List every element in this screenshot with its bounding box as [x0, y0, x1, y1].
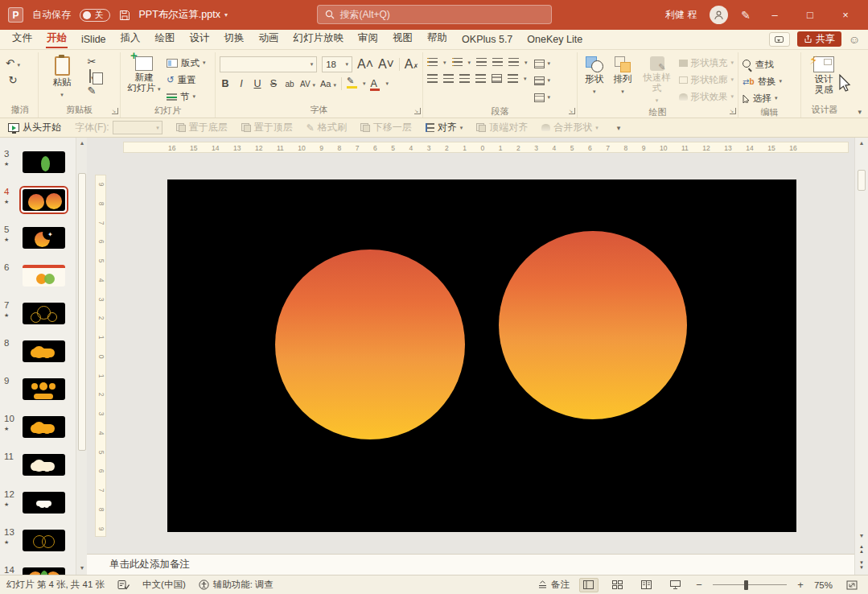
start-from-beginning-button[interactable]: 从头开始 — [8, 121, 61, 134]
format-painter-quick-button[interactable]: ✎格式刷 — [306, 121, 347, 134]
align-button[interactable]: 对齐 ▾ — [426, 121, 463, 134]
tab-动画[interactable]: 动画 — [252, 28, 286, 49]
slide-thumbnail-5[interactable]: 5★ — [0, 224, 76, 258]
copy-button[interactable]: ▾ — [84, 70, 99, 82]
tab-开始[interactable]: 开始 — [39, 28, 74, 49]
tab-切换[interactable]: 切换 — [217, 28, 252, 49]
thumbnail-panel-scrollbar[interactable]: ▴ ▾ — [76, 138, 87, 575]
thumbnail-frame[interactable] — [19, 451, 68, 479]
close-button[interactable]: × — [834, 9, 857, 21]
send-to-back-button[interactable]: 置于底层 — [176, 121, 228, 134]
avatar[interactable] — [710, 6, 728, 24]
next-slide-button[interactable]: ▼▼ — [855, 560, 868, 570]
justify-button[interactable] — [475, 74, 486, 83]
redo-button[interactable]: ↻ — [6, 74, 20, 86]
decrease-font-size-button[interactable]: A˅ — [378, 57, 394, 72]
thumbnail-frame[interactable] — [19, 375, 68, 403]
scroll-down-icon[interactable]: ▾ — [76, 564, 88, 571]
character-spacing-button[interactable]: AV ▾ — [300, 80, 315, 89]
thumbnail-frame[interactable] — [19, 489, 68, 517]
font-dialog-launcher[interactable]: ↘ — [414, 108, 421, 114]
send-backward-button[interactable]: 下移一层 — [360, 121, 412, 134]
font-color-button[interactable]: A — [370, 78, 381, 89]
thumbnail-frame[interactable] — [19, 299, 68, 328]
convert-smartart-button[interactable]: ▾ — [534, 90, 551, 105]
thumbnail-frame[interactable] — [19, 262, 68, 290]
slide-thumbnail-9[interactable]: 9 — [0, 375, 76, 409]
increase-indent-button[interactable] — [492, 58, 503, 67]
save-icon[interactable] — [119, 10, 130, 21]
bold-button[interactable]: B — [220, 78, 231, 89]
zoom-slider[interactable] — [713, 580, 787, 591]
slide-thumbnail-13[interactable]: 13★ — [0, 526, 76, 560]
increase-font-size-button[interactable]: A˄ — [357, 57, 373, 72]
line-spacing-button[interactable] — [508, 58, 519, 67]
shapes-button[interactable]: 形状▾ — [582, 53, 607, 105]
merge-shapes-button[interactable]: 合并形状 ▾ — [541, 121, 599, 134]
slide-thumbnail-4[interactable]: 4★ — [0, 186, 76, 220]
scroll-up-icon[interactable]: ▴ — [855, 139, 868, 146]
document-title[interactable]: PPT布尔运算.pptx ▾ — [139, 8, 228, 22]
slide-thumbnail-6[interactable]: 6 — [0, 262, 76, 295]
accessibility-status[interactable]: 辅助功能: 调查 — [199, 579, 274, 591]
scrollbar-thumb[interactable] — [78, 173, 86, 451]
slide-thumbnail-8[interactable]: 8 — [0, 337, 76, 371]
gradient-circle-left[interactable] — [275, 250, 465, 439]
gradient-circle-right[interactable] — [499, 231, 687, 419]
align-right-button[interactable] — [459, 74, 470, 83]
zoom-out-button[interactable]: − — [695, 579, 703, 591]
vertical-ruler[interactable]: 9876543210123456789 — [95, 175, 106, 537]
design-ideas-button[interactable]: 设计灵感 — [805, 53, 842, 103]
tab-帮助[interactable]: 帮助 — [420, 28, 455, 49]
horizontal-ruler[interactable]: 1615141312111098765432101234567891011121… — [123, 142, 849, 153]
reset-button[interactable]: ↺重置 — [167, 72, 206, 87]
quickbar-overflow-button[interactable]: ▾ — [617, 124, 621, 132]
undo-button[interactable]: ↶ ▾ — [6, 57, 20, 69]
align-top-button[interactable]: 顶端对齐 — [476, 121, 528, 134]
slide-thumbnail-10[interactable]: 10★ — [0, 413, 76, 447]
autosave-toggle[interactable]: 关 — [80, 9, 110, 22]
highlight-color-button[interactable] — [347, 79, 358, 89]
tab-插入[interactable]: 插入 — [113, 28, 148, 49]
slide-thumbnail-12[interactable]: 12★ — [0, 489, 76, 522]
collapse-ribbon-button[interactable]: ▾ — [858, 108, 862, 116]
bring-to-front-button[interactable]: 置于顶层 — [241, 121, 293, 134]
font-name-combo[interactable]: ▾ — [220, 56, 317, 72]
scroll-down-icon[interactable]: ▾ — [855, 532, 868, 539]
drawing-dialog-launcher[interactable]: ↘ — [730, 108, 736, 114]
columns-button[interactable] — [492, 74, 502, 83]
minimize-button[interactable]: – — [763, 9, 786, 21]
strikethrough-button[interactable]: S — [268, 78, 279, 89]
change-case-button[interactable]: Aa ▾ — [320, 79, 336, 89]
paste-button[interactable]: 粘贴 ▾ — [43, 53, 81, 103]
format-painter-button[interactable]: ✎ — [84, 85, 99, 97]
underline-button[interactable]: U — [252, 78, 263, 89]
canvas-scrollbar[interactable]: ▴ ▾ ▲▲ ▼▼ — [854, 138, 868, 575]
cut-button[interactable]: ✂ — [84, 56, 99, 68]
language-indicator[interactable]: 中文(中国) — [142, 579, 186, 591]
zoom-in-button[interactable]: + — [796, 579, 804, 591]
reading-view-button[interactable] — [637, 578, 656, 592]
search-input[interactable]: 搜索(Alt+Q) — [317, 5, 552, 24]
thumbnail-frame[interactable] — [19, 186, 68, 214]
thumbnail-frame[interactable] — [19, 413, 68, 441]
align-center-button[interactable] — [443, 74, 454, 83]
scroll-up-icon[interactable]: ▴ — [76, 139, 88, 146]
quick-styles-button[interactable]: 快速样式▾ — [639, 53, 676, 105]
tab-文件[interactable]: 文件 — [5, 28, 39, 49]
bullets-button[interactable] — [427, 58, 438, 67]
text-shadow-button[interactable]: ab — [284, 80, 295, 89]
zoom-slider-thumb[interactable] — [744, 580, 748, 590]
thumbnail-frame[interactable] — [19, 224, 68, 252]
tab-iSlide[interactable]: iSlide — [74, 31, 113, 49]
feedback-smiley-icon[interactable]: ☺ — [849, 33, 860, 46]
distribute-button[interactable] — [508, 74, 518, 83]
select-button[interactable]: 选择 ▾ — [743, 91, 796, 105]
clipboard-dialog-launcher[interactable]: ↘ — [112, 108, 118, 114]
layout-button[interactable]: 版式 ▾ — [167, 56, 206, 70]
decrease-indent-button[interactable] — [476, 58, 487, 67]
thumbnail-frame[interactable] — [19, 564, 68, 575]
arrange-button[interactable]: 排列▾ — [610, 53, 635, 105]
text-direction-button[interactable]: ▾ — [534, 56, 551, 71]
notes-pane[interactable]: 单击此处添加备注 — [87, 554, 854, 575]
